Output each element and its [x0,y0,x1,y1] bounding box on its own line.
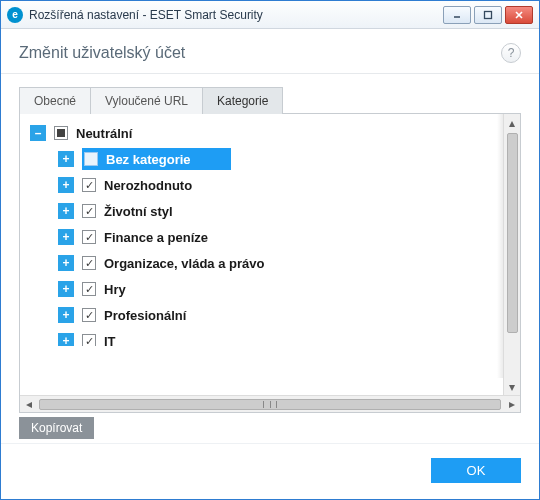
close-button[interactable] [505,6,533,24]
footer: OK [1,443,539,499]
tree-panel: Neutrální Bez kategorie Nerozhodnuto [19,113,521,413]
tree-item-label: IT [104,334,116,347]
tree-root-row[interactable]: Neutrální [26,120,503,146]
expand-icon[interactable] [58,255,74,271]
expand-icon[interactable] [58,177,74,193]
content-area: Obecné Vyloučené URL Kategorie Neutrální [1,74,539,443]
tree-item[interactable]: Bez kategorie [26,146,503,172]
copy-button[interactable]: Kopírovat [19,417,94,439]
tree-item-label: Hry [104,282,126,297]
tab-general[interactable]: Obecné [19,87,91,114]
scroll-right-arrow-icon[interactable]: ▸ [503,396,520,412]
tree-item[interactable]: Profesionální [26,302,503,328]
page-title: Změnit uživatelský účet [19,44,501,62]
category-tree: Neutrální Bez kategorie Nerozhodnuto [20,114,503,395]
minimize-button[interactable] [443,6,471,24]
titlebar[interactable]: e Rozšířená nastavení - ESET Smart Secur… [1,1,539,29]
tab-bar: Obecné Vyloučené URL Kategorie [19,87,521,114]
scroll-up-arrow-icon[interactable]: ▴ [504,114,520,131]
svg-rect-1 [485,11,492,18]
scroll-down-arrow-icon[interactable]: ▾ [504,378,520,395]
maximize-button[interactable] [474,6,502,24]
ok-button[interactable]: OK [431,458,521,483]
tree-item-label: Životní styl [104,204,173,219]
tree-item[interactable]: IT [26,328,503,346]
tree-item[interactable]: Finance a peníze [26,224,503,250]
window-title: Rozšířená nastavení - ESET Smart Securit… [29,8,443,22]
window-controls [443,6,533,24]
tree-root-label: Neutrální [76,126,132,141]
tree-item[interactable]: Životní styl [26,198,503,224]
tree-item[interactable]: Nerozhodnuto [26,172,503,198]
checkbox[interactable] [82,282,96,296]
help-button[interactable]: ? [501,43,521,63]
horizontal-scrollbar[interactable]: ◂ ▸ [20,395,520,412]
scroll-left-arrow-icon[interactable]: ◂ [20,396,37,412]
expand-icon[interactable] [58,229,74,245]
checkbox-indeterminate[interactable] [54,126,68,140]
vertical-scrollbar[interactable]: ▴ ▾ [503,114,520,395]
tree-item-label: Organizace, vláda a právo [104,256,264,271]
tree-item-label: Profesionální [104,308,186,323]
tree-item[interactable]: Organizace, vláda a právo [26,250,503,276]
collapse-icon[interactable] [30,125,46,141]
tree-item-label: Finance a peníze [104,230,208,245]
checkbox[interactable] [82,204,96,218]
tree-item-label: Nerozhodnuto [104,178,192,193]
expand-icon[interactable] [58,203,74,219]
checkbox[interactable] [82,178,96,192]
tree-item-label: Bez kategorie [106,152,191,167]
app-icon: e [7,7,23,23]
page-header: Změnit uživatelský účet ? [1,29,539,74]
checkbox[interactable] [82,256,96,270]
scroll-thumb[interactable] [507,133,518,333]
expand-icon[interactable] [58,333,74,346]
expand-icon[interactable] [58,307,74,323]
checkbox[interactable] [82,308,96,322]
checkbox[interactable] [82,334,96,346]
window-frame: e Rozšířená nastavení - ESET Smart Secur… [0,0,540,500]
expand-icon[interactable] [58,151,74,167]
expand-icon[interactable] [58,281,74,297]
tab-categories[interactable]: Kategorie [202,87,283,114]
checkbox[interactable] [82,230,96,244]
tab-excluded-url[interactable]: Vyloučené URL [90,87,203,114]
tree-item[interactable]: Hry [26,276,503,302]
scroll-thumb[interactable] [39,399,501,410]
checkbox[interactable] [84,152,98,166]
